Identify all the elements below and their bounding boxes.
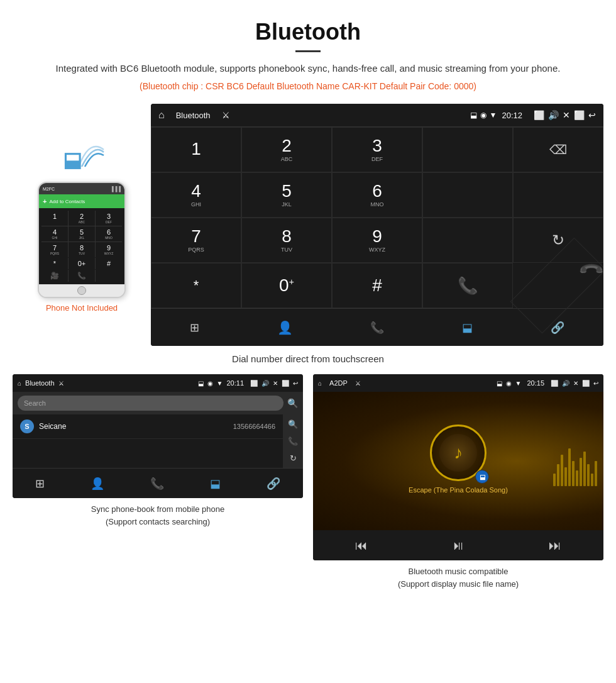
music-caption-line1: Bluetooth music compatible — [409, 567, 509, 576]
pb-close-icon[interactable]: ✕ — [273, 380, 278, 387]
back-icon-bar[interactable]: ↩ — [588, 110, 596, 120]
pb-vol-icon[interactable]: 🔊 — [261, 380, 269, 387]
phone-dial-grid: 1 2ABC 3DEF 4GHI 5JKL 6MNO 7PQRS 8TUV 9W… — [41, 211, 122, 257]
phone-home-button[interactable] — [77, 286, 86, 295]
dial-key-star[interactable]: * — [41, 258, 68, 269]
music-caption: Bluetooth music compatible (Support disp… — [313, 560, 603, 592]
pb-search-icon[interactable]: 🔍 — [287, 398, 298, 408]
music-loc-icon: ◉ — [506, 380, 512, 387]
pb-nav-user[interactable]: 👤 — [91, 477, 104, 491]
music-note-icon: ♪ — [454, 443, 463, 463]
dial-key-4[interactable]: 4GHI — [41, 226, 68, 242]
dial-empty-3 — [513, 172, 603, 218]
music-home-icon[interactable]: ⌂ — [318, 380, 322, 387]
backspace-button[interactable]: ⌫ — [513, 127, 603, 172]
pb-nav-bt[interactable]: ⬓ — [210, 477, 221, 491]
pb-search-box[interactable]: Search — [18, 396, 283, 411]
pb-win-icon[interactable]: ⬜ — [282, 380, 289, 387]
nav-contacts[interactable]: 👤 — [277, 320, 293, 335]
dial-1[interactable]: 1 — [151, 127, 241, 172]
music-win-icon[interactable]: ⬜ — [582, 380, 590, 387]
music-close-icon[interactable]: ✕ — [573, 380, 578, 387]
dial-hash[interactable]: # — [332, 263, 422, 308]
pb-nav-link[interactable]: 🔗 — [267, 477, 280, 491]
dial-empty-1 — [422, 127, 513, 172]
music-bt-icon: ⬓ — [497, 380, 502, 387]
close-icon-bar[interactable]: ✕ — [563, 110, 570, 120]
phone-bottom-bar — [39, 284, 124, 297]
dial-4[interactable]: 4 GHI — [151, 172, 241, 218]
extra-key[interactable] — [96, 270, 122, 282]
bluetooth-badge: ⬓ — [475, 470, 489, 484]
camera-icon-bar[interactable]: ⬜ — [534, 110, 544, 120]
dial-key-hash[interactable]: # — [96, 258, 122, 269]
eq-bar-9 — [583, 452, 586, 486]
phone-special-row: * 0+ # — [41, 258, 122, 269]
call-button-phone[interactable]: 📞 — [69, 270, 95, 282]
nav-phone[interactable]: 📞 — [370, 321, 384, 335]
dial-0[interactable]: 0+ — [241, 263, 332, 308]
pb-nav-phone[interactable]: 📞 — [150, 477, 164, 491]
prev-button[interactable]: ⏮ — [355, 538, 368, 553]
dial-key-5[interactable]: 5JKL — [69, 226, 95, 242]
dial-9[interactable]: 9 WXYZ — [332, 218, 422, 263]
dial-key-7[interactable]: 7PQRS — [41, 242, 68, 257]
plus-icon: + — [43, 197, 47, 205]
call-button[interactable]: 📞 — [422, 263, 513, 308]
pb-app-title: Bluetooth — [25, 379, 54, 387]
dial-3[interactable]: 3 DEF — [332, 127, 422, 172]
dial-key-9[interactable]: 9WXYZ — [96, 242, 122, 257]
music-wifi-icon: ▼ — [515, 380, 522, 387]
pb-cam-icon[interactable]: ⬜ — [250, 380, 258, 387]
dial-key-8[interactable]: 8TUV — [69, 242, 95, 257]
nav-bluetooth[interactable]: ⬓ — [462, 321, 473, 335]
next-button[interactable]: ⏭ — [549, 538, 561, 553]
dial-key-2[interactable]: 2ABC — [69, 211, 95, 226]
pb-contact-row[interactable]: S Seicane 13566664466 — [13, 414, 283, 439]
dial-key-1[interactable]: 1 — [41, 211, 68, 226]
pb-contact-name: Seicane — [39, 422, 228, 431]
volume-icon[interactable]: 🔊 — [548, 110, 559, 120]
dial-key-0[interactable]: 0+ — [69, 258, 95, 269]
dial-7[interactable]: 7 PQRS — [151, 218, 241, 263]
home-icon-main[interactable]: ⌂ — [158, 109, 165, 121]
pb-right-search-icon[interactable]: 🔍 — [288, 419, 298, 429]
window-icon[interactable]: ⬜ — [574, 110, 585, 120]
pb-nav-grid[interactable]: ⊞ — [35, 477, 45, 491]
phone-area: ⬓ M2FC ▐▐▐ + Add to Contacts 1 2ABC — [13, 104, 151, 313]
pb-right-reload-icon[interactable]: ↻ — [290, 453, 297, 463]
header-specs: (Bluetooth chip : CSR BC6 Default Blueto… — [38, 81, 578, 91]
dial-empty-2 — [422, 172, 513, 218]
pb-back-icon[interactable]: ↩ — [293, 380, 298, 387]
dial-key-6[interactable]: 6MNO — [96, 226, 122, 242]
nav-grid[interactable]: ⊞ — [190, 321, 199, 335]
music-album-art: ♪ ⬓ — [430, 425, 487, 481]
play-pause-button[interactable]: ⏯ — [452, 538, 465, 553]
location-icon: ◉ — [480, 111, 487, 119]
music-main-area: ♪ ⬓ Escape (The Pina Colada Song) — [313, 392, 603, 530]
header-description: Integrated with BC6 Bluetooth module, su… — [38, 61, 578, 76]
wifi-icon: ▼ — [490, 111, 497, 119]
dial-2[interactable]: 2 ABC — [241, 127, 332, 172]
signal-bar: ▐▐▐ — [110, 186, 121, 192]
dial-star[interactable]: * — [151, 263, 241, 308]
dial-6[interactable]: 6 MNO — [332, 172, 422, 218]
pb-right-call-icon[interactable]: 📞 — [288, 436, 298, 446]
music-back-icon[interactable]: ↩ — [593, 380, 598, 387]
eq-bar-1 — [553, 474, 556, 486]
dial-key-3[interactable]: 3DEF — [96, 211, 122, 226]
pb-home-icon[interactable]: ⌂ — [18, 380, 21, 387]
signal-waves — [72, 138, 110, 173]
pb-right-icons: 🔍 📞 ↻ — [283, 414, 303, 468]
pb-usb-icon: ⚔ — [58, 380, 64, 387]
eq-bar-12 — [595, 461, 597, 486]
music-cam-icon[interactable]: ⬜ — [551, 380, 558, 387]
carrier-label: M2FC — [43, 187, 55, 191]
camera-icon[interactable]: 🎥 — [41, 270, 68, 282]
music-vol-icon[interactable]: 🔊 — [562, 380, 569, 387]
bluetooth-status-icon: ⬓ — [470, 111, 477, 119]
phone-mockup: M2FC ▐▐▐ + Add to Contacts 1 2ABC 3DEF 4… — [38, 182, 126, 298]
dial-5[interactable]: 5 JKL — [241, 172, 332, 218]
dial-8[interactable]: 8 TUV — [241, 218, 332, 263]
eq-bar-11 — [591, 474, 593, 486]
